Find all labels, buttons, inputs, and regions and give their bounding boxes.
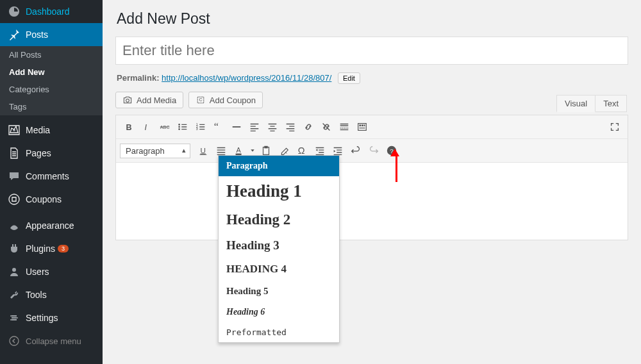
pin-icon: [8, 28, 21, 41]
svg-point-14: [178, 124, 180, 126]
hr-button[interactable]: [228, 118, 246, 136]
menu-media[interactable]: Media: [0, 119, 103, 142]
submenu-add-new[interactable]: Add New: [0, 63, 103, 81]
permalink-row: Permalink: http://localhost/wp/wordpress…: [117, 72, 627, 84]
option-heading-3[interactable]: Heading 3: [219, 233, 339, 258]
unlink-button[interactable]: [317, 118, 335, 136]
menu-label: Comments: [26, 171, 69, 181]
toolbar-row-1: B I ABC 123 “: [116, 115, 628, 139]
option-paragraph[interactable]: Paragraph: [219, 156, 339, 176]
italic-button[interactable]: I: [138, 118, 156, 136]
menu-label: Pages: [26, 148, 51, 158]
submenu-categories[interactable]: Categories: [0, 81, 103, 98]
menu-label: Settings: [26, 313, 58, 323]
svg-point-6: [10, 336, 19, 345]
menu-coupons[interactable]: Coupons: [0, 188, 103, 211]
collapse-icon: [8, 335, 21, 347]
redo-button[interactable]: [365, 142, 383, 160]
page-title: Add New Post: [117, 10, 628, 28]
menu-label: Plugins: [26, 244, 55, 254]
permalink-edit-button[interactable]: Edit: [338, 72, 360, 84]
tab-text[interactable]: Text: [595, 95, 627, 112]
svg-text:“: “: [214, 121, 219, 133]
permalink-link[interactable]: http://localhost/wp/wordpress/2016/11/28…: [162, 73, 331, 83]
fullscreen-button[interactable]: [606, 118, 624, 136]
menu-appearance[interactable]: Appearance: [0, 214, 103, 237]
svg-text:U: U: [201, 146, 206, 154]
menu-label: Coupons: [26, 194, 62, 204]
svg-text:C: C: [199, 97, 202, 103]
add-media-button[interactable]: Add Media: [115, 92, 183, 108]
menu-dashboard[interactable]: Dashboard: [0, 0, 103, 23]
option-heading-1[interactable]: Heading 1: [219, 176, 339, 206]
svg-text:Ω: Ω: [298, 145, 305, 156]
undo-button[interactable]: [347, 142, 365, 160]
menu-label: Posts: [26, 29, 48, 40]
toolbar-toggle-button[interactable]: [353, 118, 371, 136]
strike-button[interactable]: ABC: [156, 118, 174, 136]
option-preformatted[interactable]: Preformatted: [219, 322, 339, 342]
menu-tools[interactable]: Tools: [0, 283, 103, 306]
blockquote-button[interactable]: “: [210, 118, 228, 136]
option-heading-2[interactable]: Heading 2: [219, 206, 339, 233]
editor: B I ABC 123 “ Paragraph U: [115, 115, 628, 240]
svg-text:T: T: [264, 149, 267, 154]
svg-point-5: [10, 319, 12, 320]
svg-text:?: ?: [390, 147, 394, 154]
plugins-icon: [8, 242, 21, 255]
menu-users[interactable]: Users: [0, 260, 103, 283]
svg-point-0: [13, 129, 15, 131]
menu-plugins[interactable]: Plugins 3: [0, 237, 103, 260]
permalink-label: Permalink:: [117, 73, 159, 83]
editor-body[interactable]: [116, 163, 628, 240]
appearance-icon: [8, 219, 21, 232]
underline-button[interactable]: U: [194, 142, 212, 160]
menu-label: Appearance: [26, 220, 74, 231]
option-heading-5[interactable]: Heading 5: [219, 281, 339, 302]
bold-button[interactable]: B: [120, 118, 138, 136]
posts-submenu: All Posts Add New Categories Tags: [0, 46, 103, 115]
menu-label: Tools: [26, 290, 47, 300]
svg-rect-25: [362, 124, 363, 126]
dashboard-icon: [8, 5, 21, 18]
coupons-icon: [8, 193, 21, 206]
tools-icon: [8, 288, 21, 301]
align-right-button[interactable]: [281, 118, 299, 136]
main-content: Add New Post Permalink: http://localhost…: [103, 0, 641, 364]
align-center-button[interactable]: [263, 118, 281, 136]
submenu-tags[interactable]: Tags: [0, 98, 103, 115]
align-left-button[interactable]: [246, 118, 263, 136]
format-select[interactable]: Paragraph: [120, 144, 190, 158]
admin-sidebar: Dashboard Posts All Posts Add New Catego…: [0, 0, 103, 364]
svg-text:3: 3: [196, 127, 198, 131]
menu-settings[interactable]: Settings: [0, 306, 103, 329]
option-heading-4[interactable]: HEADING 4: [219, 258, 339, 281]
option-heading-6[interactable]: Heading 6: [219, 302, 339, 322]
menu-pages[interactable]: Pages: [0, 142, 103, 165]
svg-text:A: A: [237, 146, 242, 154]
svg-point-4: [17, 317, 18, 318]
menu-posts[interactable]: Posts: [0, 23, 103, 46]
submenu-all-posts[interactable]: All Posts: [0, 46, 103, 63]
format-dropdown: Paragraph Heading 1 Heading 2 Heading 3 …: [218, 155, 340, 343]
settings-icon: [8, 311, 21, 324]
button-label: Add Media: [137, 95, 176, 105]
svg-rect-23: [358, 124, 367, 131]
tab-visual[interactable]: Visual: [556, 95, 595, 112]
bullet-list-button[interactable]: [174, 118, 192, 136]
svg-point-2: [12, 268, 16, 272]
number-list-button[interactable]: 123: [192, 118, 210, 136]
post-title-input[interactable]: [115, 37, 628, 65]
menu-label: Users: [26, 267, 49, 277]
menu-label: Media: [26, 125, 50, 135]
more-button[interactable]: [335, 118, 353, 136]
menu-collapse[interactable]: Collapse menu: [0, 329, 103, 352]
link-button[interactable]: [299, 118, 317, 136]
menu-comments[interactable]: Comments: [0, 165, 103, 188]
add-coupon-button[interactable]: C Add Coupon: [188, 92, 263, 108]
pages-icon: [8, 147, 21, 160]
format-select-label: Paragraph: [126, 146, 165, 156]
plugins-badge: 3: [58, 245, 69, 252]
menu-label: Collapse menu: [26, 336, 81, 346]
help-button[interactable]: ?: [383, 142, 401, 160]
